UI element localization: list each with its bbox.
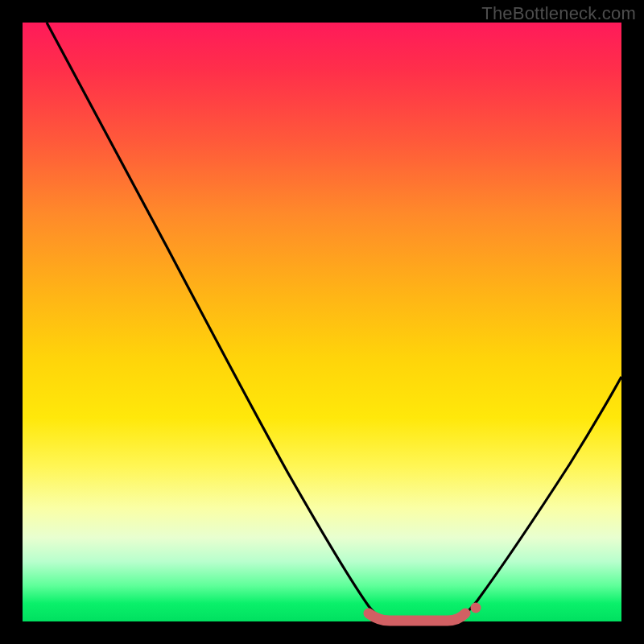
- marker-dot: [471, 603, 481, 613]
- watermark-text: TheBottleneck.com: [481, 3, 636, 24]
- chart-frame: TheBottleneck.com: [0, 0, 644, 644]
- bottleneck-curve: [47, 23, 621, 621]
- optimal-range-marker: [369, 613, 465, 621]
- plot-area: [23, 23, 621, 621]
- curve-layer: [23, 23, 621, 621]
